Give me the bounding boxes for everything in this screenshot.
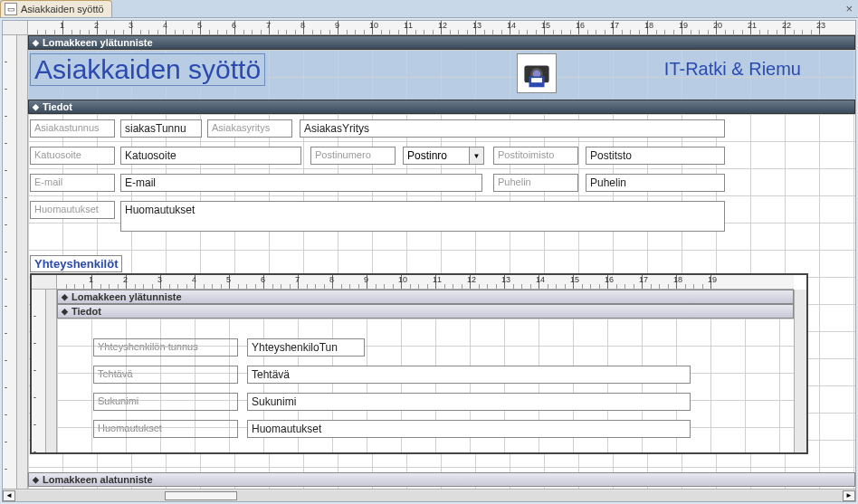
- section-marker-icon: ◆: [62, 292, 68, 301]
- scroll-left-icon[interactable]: ◄: [3, 490, 15, 501]
- ruler-corner[interactable]: [3, 21, 28, 35]
- tab-bar: ▭ Asiakkaiden syöttö ×: [0, 0, 858, 18]
- chevron-down-icon[interactable]: ▼: [469, 147, 483, 164]
- section-label: Lomakkeen ylätunniste: [43, 37, 153, 48]
- svg-rect-4: [531, 78, 542, 82]
- scroll-track[interactable]: [15, 490, 843, 501]
- scroll-right-icon[interactable]: ►: [843, 490, 855, 501]
- camera-save-icon[interactable]: [517, 53, 557, 93]
- textbox-huomautukset[interactable]: Huomautukset: [120, 201, 725, 232]
- form-detail-area[interactable]: Asiakastunnus siakasTunnu Asiakasyritys …: [28, 114, 855, 489]
- tab-title: Asiakkaiden syöttö: [21, 4, 104, 14]
- company-label[interactable]: IT-Ratki & Riemu: [664, 59, 801, 80]
- design-area: 1234567891011121314151617181920212223 --…: [2, 20, 856, 502]
- section-bar-detail[interactable]: ◆ Tiedot: [28, 100, 855, 114]
- form-header-area[interactable]: Asiakkaiden syöttö IT-Ratki & Riemu: [28, 50, 855, 100]
- scrollbar-horizontal[interactable]: ◄ ►: [3, 489, 855, 501]
- label-yhteyshenkilot[interactable]: Yhteyshenkilöt: [30, 255, 122, 272]
- subform-detail-area[interactable]: Yhteyshenkilön tunnus YhteyshenkiloTun T…: [57, 319, 794, 452]
- scroll-thumb[interactable]: [165, 491, 237, 500]
- ruler-vertical[interactable]: ----------------: [3, 35, 17, 489]
- section-label: Tiedot: [72, 306, 101, 317]
- ruler-vertical[interactable]: ------: [32, 290, 46, 452]
- form-tab[interactable]: ▭ Asiakkaiden syöttö: [0, 0, 112, 17]
- section-label: Lomakkeen alatunniste: [43, 474, 153, 485]
- textbox-asiakasyritys[interactable]: AsiakasYritys: [300, 119, 725, 138]
- textbox-sukunimi[interactable]: Sukunimi: [247, 393, 691, 411]
- section-bar-subform-header[interactable]: ◆ Lomakkeen ylätunniste: [57, 290, 794, 304]
- combobox-text: Postinro: [404, 147, 469, 164]
- section-label: Tiedot: [43, 101, 72, 112]
- scrollbar-vertical[interactable]: [794, 290, 806, 452]
- close-icon[interactable]: ×: [845, 2, 853, 15]
- label-asiakastunnus[interactable]: Asiakastunnus: [30, 119, 115, 138]
- label-asiakasyritys[interactable]: Asiakasyritys: [207, 119, 292, 138]
- subform-yhteyshenkilot[interactable]: 12345678910111213141516171819 ------ ◆ L…: [30, 273, 808, 454]
- form-icon: ▭: [5, 3, 17, 15]
- section-bar-form-footer[interactable]: ◆ Lomakkeen alatunniste: [28, 472, 855, 487]
- label-puhelin[interactable]: Puhelin: [493, 174, 578, 192]
- label-tehtava[interactable]: Tehtävä: [93, 366, 238, 384]
- section-bar-form-header[interactable]: ◆ Lomakkeen ylätunniste: [28, 35, 855, 50]
- textbox-tehtava[interactable]: Tehtävä: [247, 366, 691, 384]
- label-postinumero[interactable]: Postinumero: [310, 147, 396, 165]
- section-marker-icon: ◆: [33, 38, 39, 47]
- textbox-postitoimisto[interactable]: Postitsto: [586, 147, 725, 165]
- label-yhteyshenkilo-tunnus[interactable]: Yhteyshenkilön tunnus: [93, 338, 238, 357]
- label-sub-huomautukset[interactable]: Huomautukset: [93, 420, 238, 438]
- label-katuosoite[interactable]: Katuosoite: [30, 147, 115, 165]
- textbox-katuosoite[interactable]: Katuosoite: [120, 147, 301, 165]
- label-sukunimi[interactable]: Sukunimi: [93, 393, 238, 411]
- section-marker-icon: ◆: [62, 307, 68, 316]
- section-bar-subform-detail[interactable]: ◆ Tiedot: [57, 304, 794, 319]
- label-email[interactable]: E-mail: [30, 174, 115, 192]
- section-marker-icon: ◆: [33, 475, 39, 484]
- textbox-asiakastunnus[interactable]: siakasTunnu: [120, 119, 202, 138]
- section-selector[interactable]: [46, 290, 57, 452]
- subform-canvas[interactable]: ◆ Lomakkeen ylätunniste ◆ Tiedot Yhteysh…: [57, 290, 794, 452]
- form-canvas[interactable]: ◆ Lomakkeen ylätunniste Asiakkaiden syöt…: [28, 35, 855, 489]
- section-selector[interactable]: [17, 35, 28, 489]
- textbox-puhelin[interactable]: Puhelin: [586, 174, 725, 192]
- ruler-corner[interactable]: [32, 275, 57, 290]
- label-postitoimisto[interactable]: Postitoimisto: [493, 147, 578, 165]
- textbox-email[interactable]: E-mail: [120, 174, 482, 192]
- ruler-horizontal[interactable]: 12345678910111213141516171819: [57, 275, 794, 290]
- section-marker-icon: ◆: [33, 102, 39, 111]
- textbox-sub-huomautukset[interactable]: Huomautukset: [247, 420, 691, 438]
- label-huomautukset[interactable]: Huomautukset: [30, 201, 115, 219]
- form-title-label[interactable]: Asiakkaiden syöttö: [30, 53, 265, 86]
- ruler-horizontal[interactable]: 1234567891011121314151617181920212223: [28, 21, 855, 35]
- combobox-postinumero[interactable]: Postinro ▼: [403, 147, 484, 165]
- textbox-yhteyshenkilo-tunnus[interactable]: YhteyshenkiloTun: [247, 338, 365, 357]
- section-label: Lomakkeen ylätunniste: [72, 291, 182, 302]
